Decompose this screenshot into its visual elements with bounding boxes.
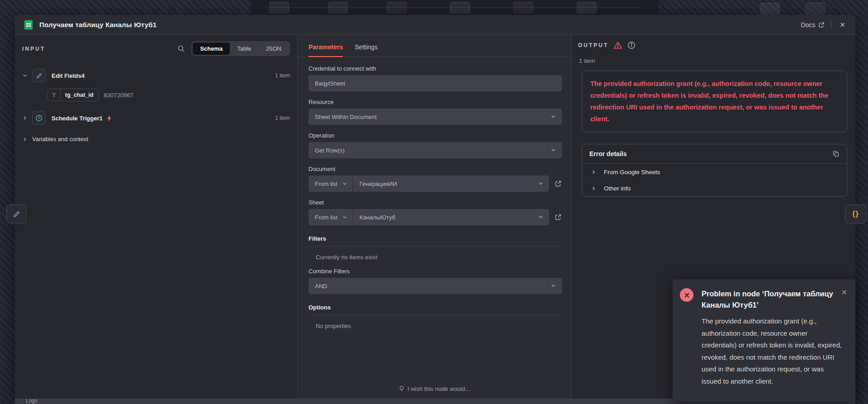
chevron-down-icon	[342, 214, 347, 220]
chevron-down-icon[interactable]	[22, 73, 28, 78]
tab-schema[interactable]: Schema	[193, 43, 230, 55]
node-feedback-link[interactable]: I wish this node would...	[298, 385, 571, 392]
combine-filters-value: AND	[315, 283, 327, 290]
open-sheet-external-link-icon[interactable]	[555, 214, 562, 221]
error-details-row-other-info[interactable]: Other info	[582, 180, 847, 196]
docs-link[interactable]: Docs	[801, 21, 825, 29]
output-title: OUTPUT	[578, 42, 608, 48]
chevron-right-icon[interactable]	[22, 115, 28, 121]
details-row-label: From Google Sheets	[604, 169, 660, 176]
input-title: INPUT	[22, 46, 45, 52]
chevron-down-icon	[538, 214, 544, 220]
canvas-node	[328, 2, 348, 14]
toast-title: Problem in node ‘Получаем таблицу Каналы…	[702, 288, 835, 311]
parameters-panel: Parameters Settings Credential to connec…	[298, 35, 571, 399]
canvas-node	[269, 2, 289, 14]
sheet-value: КаналыЮтуб	[360, 214, 395, 221]
resource-select[interactable]: Sheet Within Document	[308, 109, 562, 125]
document-label: Document	[308, 166, 562, 172]
external-link-icon	[818, 22, 825, 28]
pencil-icon	[13, 210, 20, 218]
chevron-right-icon	[591, 186, 597, 191]
variables-and-context-row[interactable]: Variables and context	[22, 136, 290, 143]
search-icon[interactable]	[177, 45, 185, 52]
wish-label: I wish this node would...	[408, 385, 470, 392]
sheet-mode-select[interactable]: From list	[308, 209, 353, 225]
credential-select[interactable]: BaqytSheet	[308, 75, 562, 91]
combine-filters-label: Combine Filters	[308, 268, 562, 275]
toast-close-icon[interactable]: ✕	[840, 286, 849, 299]
combine-filters-select[interactable]: AND	[308, 278, 562, 294]
details-row-label: Other info	[604, 185, 631, 192]
document-mode-value: From list	[315, 181, 337, 187]
chevron-down-icon	[550, 283, 556, 289]
schema-field-pill[interactable]: T tg_chat_id	[47, 89, 99, 101]
warning-triangle-icon	[613, 41, 622, 49]
titlebar-divider	[831, 21, 831, 29]
tab-json[interactable]: JSON	[258, 43, 289, 55]
schedule-trigger-clock-icon	[32, 111, 46, 125]
tab-settings[interactable]: Settings	[355, 43, 378, 57]
resource-label: Resource	[308, 99, 562, 105]
tab-parameters[interactable]: Parameters	[308, 43, 343, 57]
canvas-node	[387, 2, 407, 14]
edit-fields-pencil-icon	[32, 69, 46, 82]
braces-icon: {}	[852, 210, 859, 218]
error-details-title: Error details	[589, 150, 626, 157]
canvas-node	[450, 2, 470, 14]
filters-empty-note: Currently no items exist	[316, 254, 562, 261]
filters-section-header: Filters	[308, 235, 562, 247]
input-node-schedule-trigger[interactable]: Schedule Trigger1 1 item	[22, 111, 290, 125]
parameters-form: Credential to connect with BaqytSheet Re…	[298, 57, 571, 399]
sheet-mode-value: From list	[315, 214, 337, 221]
operation-select[interactable]: Get Row(s)	[308, 142, 562, 158]
docs-label: Docs	[801, 21, 816, 29]
close-icon[interactable]: ✕	[838, 20, 847, 30]
error-details-row-google-sheets[interactable]: From Google Sheets	[582, 164, 847, 180]
field-value: 830720967	[104, 92, 133, 99]
document-value-select[interactable]: ГенерацияИИ	[353, 176, 549, 192]
chevron-down-icon	[550, 114, 556, 119]
node-name-label: Edit Fields4	[52, 72, 85, 79]
error-message-box: The provided authorization grant (e.g., …	[582, 71, 847, 132]
error-message: The provided authorization grant (e.g., …	[590, 78, 839, 125]
chevron-right-icon[interactable]	[22, 137, 28, 142]
error-toast: ✕ Problem in node ‘Получаем таблицу Кана…	[673, 279, 855, 401]
chevron-down-icon	[538, 181, 544, 186]
operation-label: Operation	[308, 132, 562, 139]
output-json-edge-button[interactable]: {}	[845, 204, 866, 223]
chevron-down-icon	[550, 147, 556, 153]
resource-value: Sheet Within Document	[315, 114, 377, 120]
lightbulb-icon	[399, 385, 404, 392]
sheet-value-select[interactable]: КаналыЮтуб	[353, 209, 549, 225]
google-sheets-icon	[23, 19, 34, 30]
error-circle-icon	[680, 288, 693, 302]
error-details-box: Error details From Google Sheets	[582, 144, 847, 197]
copy-icon[interactable]	[832, 150, 840, 157]
open-document-external-link-icon[interactable]	[555, 180, 562, 187]
document-resource-locator: From list ГенерацияИИ	[308, 176, 549, 192]
canvas-node	[577, 2, 597, 14]
operation-value: Get Row(s)	[315, 147, 345, 154]
canvas-node	[513, 2, 533, 14]
tab-table[interactable]: Table	[230, 43, 258, 55]
credential-label: Credential to connect with	[308, 65, 562, 72]
schema-field-row[interactable]: T tg_chat_id 830720967	[47, 89, 290, 101]
options-empty-note: No properties	[316, 323, 562, 329]
input-panel: INPUT Schema Table JSON	[15, 35, 298, 399]
chevron-right-icon	[591, 170, 597, 175]
item-count: 1 item	[275, 115, 290, 121]
item-count: 1 item	[275, 72, 290, 79]
document-value: ГенерацияИИ	[360, 181, 397, 187]
input-node-edge-button[interactable]	[6, 204, 26, 223]
info-icon[interactable]	[627, 41, 636, 49]
input-node-edit-fields[interactable]: Edit Fields4 1 item	[22, 69, 290, 82]
canvas-node	[805, 3, 825, 14]
document-mode-select[interactable]: From list	[308, 176, 353, 192]
titlebar: Получаем таблицу Каналы Ютуб1 Docs ✕	[15, 15, 855, 35]
field-name-label: tg_chat_id	[61, 92, 98, 98]
input-view-tabs: Schema Table JSON	[191, 41, 290, 56]
options-section-header: Options	[308, 304, 562, 315]
sheet-label: Sheet	[308, 199, 562, 206]
toast-body: The provided authorization grant (e.g., …	[702, 315, 843, 387]
